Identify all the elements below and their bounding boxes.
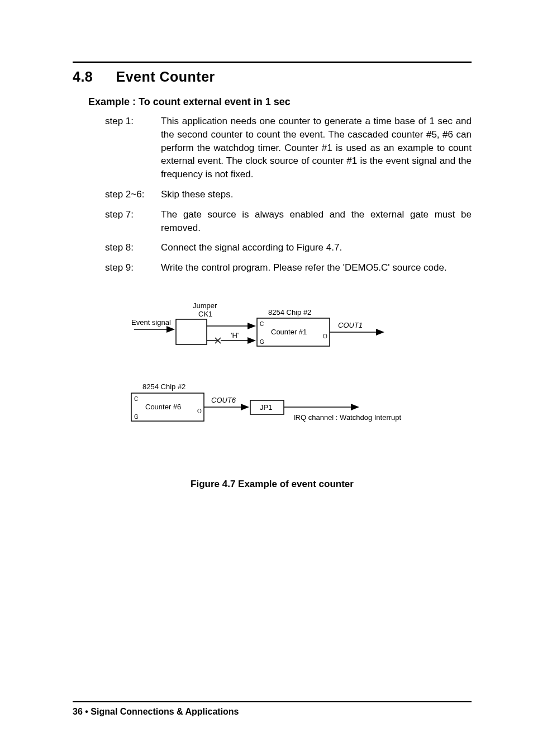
- figure-caption: Figure 4.7 Example of event counter: [73, 479, 472, 490]
- port-c-2: C: [134, 396, 138, 402]
- port-c: C: [260, 321, 264, 327]
- section-heading: 4.8 Event Counter: [73, 69, 472, 85]
- label-event-signal: Event signal: [131, 318, 171, 327]
- label-jumper: Jumper: [193, 301, 217, 310]
- example-title: Example : To count external event in 1 s…: [88, 96, 472, 108]
- step-label: step 8:: [105, 241, 161, 254]
- label-chip2-bot: 8254 Chip #2: [142, 382, 185, 391]
- step-row-7: step 7: The gate source is always enable…: [105, 208, 472, 235]
- label-chip2-top: 8254 Chip #2: [268, 308, 311, 316]
- step-body: The gate source is always enabled and th…: [161, 208, 472, 235]
- step-row-8: step 8: Connect the signal according to …: [105, 241, 472, 254]
- step-row-1: step 1: This application needs one count…: [105, 115, 472, 181]
- step-body: Write the control program. Please refer …: [161, 261, 472, 275]
- label-cout1: COUT1: [338, 321, 363, 329]
- port-o-2: O: [197, 408, 202, 414]
- step-body: This application needs one counter to ge…: [161, 115, 472, 181]
- footer-section-title: Signal Connections & Applications: [91, 707, 239, 716]
- section-number: 4.8: [73, 69, 112, 85]
- footer-bullet: •: [85, 707, 88, 716]
- step-body: Connect the signal according to Figure 4…: [161, 241, 472, 254]
- label-counter6: Counter #6: [145, 403, 181, 411]
- diagram-svg: Event signal Jumper CK1 'H' 8254 Chip #2…: [73, 291, 472, 470]
- port-o: O: [323, 333, 327, 339]
- footer-divider: [73, 701, 472, 702]
- jumper-box: [176, 319, 207, 344]
- section-divider-top: [73, 62, 472, 63]
- label-ck1: CK1: [198, 310, 212, 318]
- section-title-text: Event Counter: [116, 69, 215, 84]
- label-cout6: COUT6: [211, 396, 236, 404]
- page-number: 36: [73, 707, 83, 716]
- step-row-2: step 2~6: Skip these steps.: [105, 188, 472, 201]
- label-irq: IRQ channel : Watchdog Interrupt: [293, 413, 402, 422]
- port-g: G: [260, 339, 264, 345]
- step-label: step 2~6:: [105, 188, 161, 201]
- page-footer: 36 • Signal Connections & Applications: [73, 701, 472, 717]
- label-h: 'H': [231, 331, 239, 339]
- step-row-9: step 9: Write the control program. Pleas…: [105, 261, 472, 275]
- step-label: step 7:: [105, 208, 161, 235]
- step-body: Skip these steps.: [161, 188, 472, 201]
- step-label: step 9:: [105, 261, 161, 275]
- label-jp1: JP1: [260, 403, 272, 412]
- footer-text: 36 • Signal Connections & Applications: [73, 707, 472, 717]
- label-counter1: Counter #1: [271, 328, 307, 336]
- diagram-figure: Event signal Jumper CK1 'H' 8254 Chip #2…: [73, 291, 472, 481]
- port-g-2: G: [134, 414, 139, 420]
- step-label: step 1:: [105, 115, 161, 181]
